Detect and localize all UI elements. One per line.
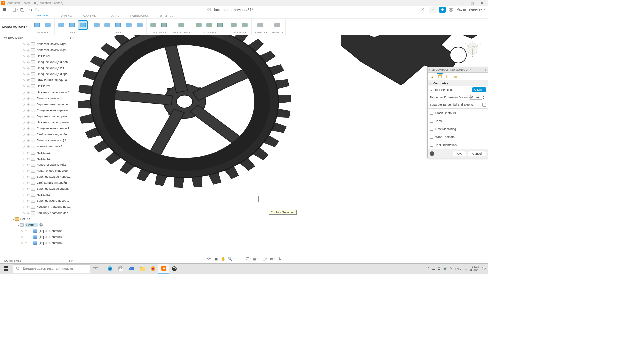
system-tray[interactable]: ˄ ☁ 🖧 🔊 🗲 РУС 16:37 11.03.2020 💬 [425, 265, 488, 272]
data-panel-button[interactable] [1, 6, 8, 13]
checkbox[interactable] [430, 111, 433, 115]
collapse-icon[interactable]: ◀◀ [3, 36, 7, 39]
checkbox[interactable] [430, 119, 433, 123]
ok-button[interactable]: OK [453, 151, 466, 156]
browser-item[interactable]: ▷⊘Кольцо у плафона лев... [2, 210, 75, 216]
tab-additive[interactable]: ADDITIVE [77, 13, 101, 18]
ribbon-group-label[interactable]: MULTI-AXIS [173, 31, 190, 34]
checkbox[interactable] [430, 143, 433, 147]
browser-item[interactable]: ▷⊘Кольцо у плафона пра... [2, 204, 75, 210]
extensions-button[interactable]: ◆ [439, 7, 446, 13]
spinner[interactable]: ▲▼ [483, 95, 486, 99]
minimize-button[interactable]: ─ [457, 0, 467, 6]
browser-item[interactable]: ▷⊘Ножка 1:1 [2, 149, 75, 156]
tab-milling[interactable]: MILLING [32, 13, 54, 18]
prop-check-row[interactable]: Tool Orientation [428, 141, 488, 149]
setups-folder[interactable]: ◢Setups [2, 216, 75, 222]
operation-item[interactable]: ▷⚠[T1] 2D Contour2 [2, 228, 75, 234]
ribbon-icon[interactable] [57, 20, 66, 30]
ribbon-icon[interactable] [205, 20, 214, 30]
workspace-selector[interactable]: MANUFACTURE [0, 19, 30, 35]
browser-header[interactable]: ◀◀ BROWSER ●▷ [2, 35, 75, 40]
app2-taskbar-icon[interactable] [169, 264, 180, 274]
browser-item[interactable]: ▷⊘Среднее кольцо 3 пра... [2, 71, 75, 77]
cancel-button[interactable]: Cancel [468, 151, 486, 156]
browser-item[interactable]: ▷⊘Верхнее кольцо левое:1 [2, 174, 75, 180]
ribbon-icon[interactable] [92, 20, 101, 30]
camera-button[interactable]: ▭▾ [269, 256, 276, 262]
ribbon-icon[interactable] [194, 20, 203, 30]
browser-item[interactable]: ▷⊘Стойка нижняя двойн... [2, 180, 75, 186]
browser-item[interactable]: ▷⊘Лепесток лампы (6):1 [2, 162, 75, 168]
ribbon-group-label[interactable]: SELECT [271, 31, 283, 34]
explorer-taskbar-icon[interactable] [137, 264, 148, 274]
browser-item[interactable]: ▷⊘Лепесток лампы (1):1 [2, 137, 75, 143]
browser-item[interactable]: ▷⊘Ножка 5:1 [2, 192, 75, 198]
setup2-item[interactable]: ◢Setup2 [2, 222, 75, 228]
view-cube[interactable]: TOP [463, 38, 482, 57]
browser-item[interactable]: ▷⊘Стойка нижняя двойн... [2, 131, 75, 137]
browser-item[interactable]: ▷⊘Нижнее кольцо правое... [2, 119, 75, 125]
browser-item[interactable]: ▷⊘Среднее кольцо 3 лев... [2, 59, 75, 65]
property-panel-header[interactable]: ● 2D CONTOUR : 2D CONTOUR7 ⇥ [428, 67, 488, 73]
new-tab-button[interactable]: ＋ [429, 7, 437, 13]
look-at-button[interactable]: ▣ [213, 256, 219, 262]
tool-tab-icon[interactable] [429, 73, 436, 79]
ribbon-icon[interactable] [32, 20, 42, 30]
redo-button[interactable] [34, 6, 41, 13]
browser-item[interactable]: ▷⊘Нижнее кольцо левое:1 [2, 89, 75, 95]
ribbon-group-label[interactable]: ACTIONS [203, 31, 216, 34]
taskbar-clock[interactable]: 16:37 11.03.2020 [464, 265, 479, 272]
start-button[interactable] [0, 264, 12, 274]
browser-item[interactable]: ▷⊘Лепесток лампы:1 [2, 95, 75, 101]
browser-item[interactable]: ▷⊘Левая опора с шестер... [2, 168, 75, 174]
browser-item[interactable]: ▷👁Стойка нижняя одино... [2, 77, 75, 83]
linking-tab-icon[interactable] [460, 73, 467, 79]
mail-taskbar-icon[interactable] [126, 264, 137, 274]
prop-check-row[interactable]: Tabs [428, 117, 488, 125]
ribbon-group-label[interactable]: 3D [115, 31, 120, 34]
store-taskbar-icon[interactable] [115, 264, 126, 274]
browser-item[interactable]: ▷⊘Среднее кольцо 2:1 [2, 65, 75, 71]
ribbon-icon[interactable] [177, 20, 186, 30]
browser-item[interactable]: ▷⊘Лепесток лампы (5):1 [2, 47, 75, 53]
fusion-taskbar-icon[interactable]: F [158, 264, 169, 274]
pin-icon[interactable]: ⇥ [484, 68, 487, 72]
contour-select-button[interactable]: ↖Not... [472, 87, 486, 92]
close-tab-button[interactable]: ✕ [419, 7, 427, 12]
prop-check-row[interactable]: Stock Contours [428, 109, 488, 117]
file-menu-button[interactable]: ▾ [12, 6, 18, 13]
ribbon-group-label[interactable]: INSPECT [254, 31, 267, 34]
operation-item[interactable]: ▷[T1] 2D Contour3 [2, 234, 75, 240]
browser-item[interactable]: ▷⊘Ножка 6:1 [2, 53, 75, 59]
language-indicator[interactable]: РУС [455, 267, 462, 270]
notifications-icon[interactable]: 💬 [482, 267, 486, 270]
fit-button[interactable]: ⛶ [235, 256, 241, 262]
browser-item[interactable]: ▷⊘Верхнее звено правое... [2, 101, 75, 107]
viewports-button[interactable]: ▢▾ [262, 256, 268, 262]
ribbon-icon[interactable] [229, 20, 238, 30]
ribbon-group-label[interactable]: SETUP [37, 31, 48, 34]
browser-item[interactable]: ▷⊘Среднее звено левое:1 [2, 125, 75, 131]
save-button[interactable] [19, 6, 26, 13]
ribbon-group-label[interactable]: MANAGE [232, 31, 246, 34]
display-settings-button[interactable]: 🖵▾ [245, 256, 251, 262]
operation-item[interactable]: ▷⚠[T1] 2D Contour6 [2, 240, 75, 246]
browser-item[interactable]: ▷⊘Кольцо плафона:1 [2, 143, 75, 149]
ribbon-icon[interactable] [43, 20, 52, 30]
grid-settings-button[interactable]: ▦▾ [252, 256, 259, 262]
prop-check-row[interactable]: Rest Machining [428, 125, 488, 133]
ribbon-group-label[interactable]: 2D [69, 31, 74, 34]
taskbar-search[interactable]: Введите здесь текст для поиска [13, 264, 90, 273]
ribbon-icon[interactable] [240, 20, 249, 30]
browser-item[interactable]: ▷⊘Среднее звено правое... [2, 107, 75, 113]
tab-probing[interactable]: PROBING [101, 13, 125, 18]
ribbon-icon[interactable] [256, 20, 265, 30]
tangential-ext-input[interactable] [470, 95, 482, 100]
geometry-tab-icon[interactable] [437, 73, 443, 79]
refresh-button[interactable]: ↻ [276, 256, 283, 262]
maximize-button[interactable]: ▢ [467, 0, 477, 6]
close-button[interactable]: ✕ [477, 0, 487, 6]
orbit-button[interactable]: ⟲▾ [205, 256, 212, 262]
ribbon-group-label[interactable]: DRILLING [152, 31, 166, 34]
